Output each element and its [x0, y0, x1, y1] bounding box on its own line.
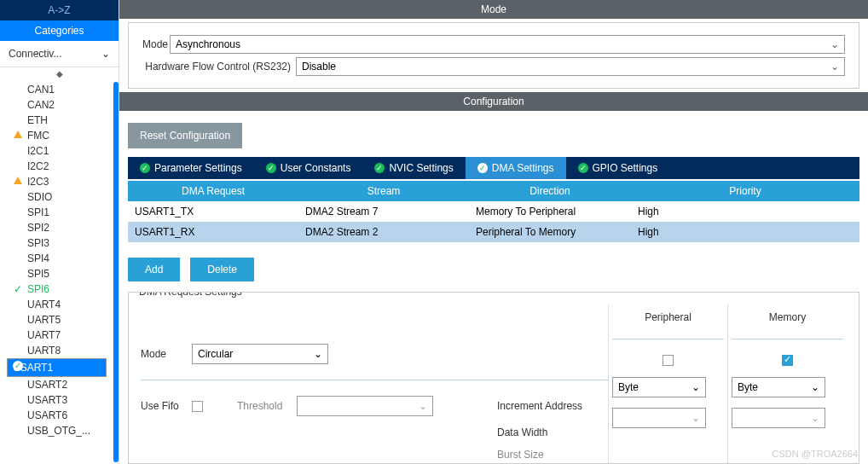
- peripheral-item-sdio[interactable]: SDIO: [7, 189, 107, 205]
- mode-setting-label: Mode: [141, 348, 192, 360]
- dma-table-header: DMA Request Stream Direction Priority: [128, 181, 859, 201]
- reset-configuration-button[interactable]: Reset Configuration: [128, 123, 242, 148]
- mode-setting-select[interactable]: Circular ⌄: [192, 344, 328, 364]
- memory-data-width-select[interactable]: Byte⌄: [732, 377, 825, 397]
- chevron-down-icon: ⌄: [314, 348, 322, 360]
- hfc-value: Disable: [302, 61, 336, 72]
- peripheral-item-uart5[interactable]: UART5: [7, 312, 107, 328]
- sort-arrows-icon[interactable]: ◆: [0, 67, 119, 80]
- mode-value: Asynchronous: [176, 38, 240, 50]
- data-width-label: Data Width: [497, 426, 608, 438]
- peripheral-item-spi2[interactable]: SPI2: [7, 220, 107, 235]
- peripheral-item-uart7[interactable]: UART7: [7, 328, 107, 343]
- peripheral-item-i2c2[interactable]: I2C2: [7, 159, 107, 174]
- peripheral-list: CAN1CAN2ETHFMCI2C1I2C2I2C3SDIOSPI1SPI2SP…: [0, 80, 113, 464]
- chevron-down-icon: ⌄: [101, 48, 110, 60]
- use-fifo-checkbox[interactable]: [192, 401, 203, 412]
- tab-gpio-settings[interactable]: ✓GPIO Settings: [566, 157, 670, 179]
- check-icon: ✓: [578, 163, 588, 173]
- delete-button[interactable]: Delete: [190, 258, 254, 281]
- peripheral-item-can2[interactable]: CAN2: [7, 97, 107, 113]
- category-selector[interactable]: Connectiv... ⌄: [0, 41, 119, 67]
- chevron-down-icon: ⌄: [811, 412, 819, 424]
- peripheral-item-spi5[interactable]: SPI5: [7, 266, 107, 281]
- use-fifo-label: Use Fifo: [141, 400, 192, 412]
- peripheral-item-can1[interactable]: CAN1: [7, 82, 107, 97]
- mode-label: Mode: [142, 38, 170, 50]
- add-button[interactable]: Add: [128, 258, 180, 281]
- peripheral-item-i2c1[interactable]: I2C1: [7, 143, 107, 159]
- chevron-down-icon: ⌄: [830, 61, 839, 72]
- memory-increment-checkbox[interactable]: [782, 355, 793, 366]
- tab-dma-settings[interactable]: ✓DMA Settings: [466, 157, 566, 179]
- mode-panel-header: Mode: [119, 0, 868, 19]
- col-direction: Direction: [469, 181, 631, 201]
- peripheral-item-i2c3[interactable]: I2C3: [7, 174, 107, 189]
- peripheral-item-spi1[interactable]: SPI1: [7, 205, 107, 220]
- dma-table-body: USART1_TXDMA2 Stream 7Memory To Peripher…: [128, 201, 859, 242]
- tab-user-constants[interactable]: ✓User Constants: [254, 157, 363, 179]
- memory-data-width-value: Byte: [738, 381, 758, 393]
- threshold-label: Threshold: [237, 400, 297, 412]
- mode-setting-value: Circular: [198, 348, 233, 360]
- dma-request-settings: DMA Request Settings Mode Circular ⌄ Use…: [128, 292, 859, 464]
- category-selected-label: Connectiv...: [9, 48, 61, 60]
- col-dma-request: DMA Request: [128, 181, 298, 201]
- hfc-label: Hardware Flow Control (RS232): [142, 61, 296, 72]
- peripheral-data-width-select[interactable]: Byte⌄: [612, 377, 706, 397]
- col-priority: Priority: [631, 181, 859, 201]
- peripheral-increment-checkbox[interactable]: [663, 355, 674, 366]
- peripheral-item-usart1[interactable]: USART1: [7, 358, 107, 377]
- config-tabs: ✓Parameter Settings✓User Constants✓NVIC …: [128, 157, 859, 179]
- check-icon: ✓: [266, 163, 276, 173]
- chevron-down-icon: ⌄: [811, 381, 819, 393]
- tab-parameter-settings[interactable]: ✓Parameter Settings: [128, 157, 254, 179]
- peripheral-burst-select: ⌄: [612, 408, 706, 428]
- peripheral-item-usart2[interactable]: USART2: [7, 377, 107, 392]
- col-stream: Stream: [298, 181, 469, 201]
- peripheral-item-uart8[interactable]: UART8: [7, 343, 107, 358]
- threshold-select: ⌄: [297, 396, 433, 416]
- peripheral-item-spi3[interactable]: SPI3: [7, 235, 107, 251]
- peripheral-item-uart4[interactable]: UART4: [7, 297, 107, 312]
- peripheral-data-width-value: Byte: [618, 381, 639, 393]
- memory-col-header: Memory: [732, 304, 843, 339]
- chevron-down-icon: ⌄: [692, 412, 700, 424]
- peripheral-item-spi6[interactable]: SPI6: [7, 281, 107, 297]
- mode-select[interactable]: Asynchronous ⌄: [170, 35, 845, 54]
- hfc-select[interactable]: Disable ⌄: [296, 57, 845, 76]
- increment-address-label: Increment Address: [497, 400, 608, 412]
- chevron-down-icon: ⌄: [692, 381, 700, 393]
- peripheral-item-spi4[interactable]: SPI4: [7, 251, 107, 266]
- chevron-down-icon: ⌄: [419, 400, 427, 412]
- check-icon: ✓: [374, 163, 385, 173]
- peripheral-item-usb_otg_...[interactable]: USB_OTG_...: [7, 423, 107, 438]
- check-icon: ✓: [477, 163, 488, 173]
- peripheral-item-fmc[interactable]: FMC: [7, 128, 107, 143]
- peripheral-col-header: Peripheral: [612, 304, 724, 339]
- tab-categories[interactable]: Categories: [0, 20, 119, 41]
- settings-legend: DMA Request Settings: [136, 292, 246, 298]
- burst-size-label: Burst Size: [497, 449, 608, 461]
- check-icon: ✓: [140, 163, 150, 173]
- config-panel-header: Configuration: [119, 92, 868, 111]
- watermark: CSDN @TROA2664: [773, 449, 858, 459]
- peripheral-item-usart6[interactable]: USART6: [7, 408, 107, 423]
- peripheral-item-eth[interactable]: ETH: [7, 113, 107, 128]
- memory-burst-select: ⌄: [732, 408, 825, 428]
- dma-row[interactable]: USART1_RXDMA2 Stream 2Peripheral To Memo…: [128, 222, 859, 242]
- peripheral-item-usart3[interactable]: USART3: [7, 392, 107, 408]
- tab-a-z[interactable]: A->Z: [0, 0, 119, 20]
- tab-nvic-settings[interactable]: ✓NVIC Settings: [362, 157, 465, 179]
- chevron-down-icon: ⌄: [830, 38, 839, 50]
- dma-row[interactable]: USART1_TXDMA2 Stream 7Memory To Peripher…: [128, 201, 859, 222]
- scrollbar[interactable]: [113, 82, 119, 462]
